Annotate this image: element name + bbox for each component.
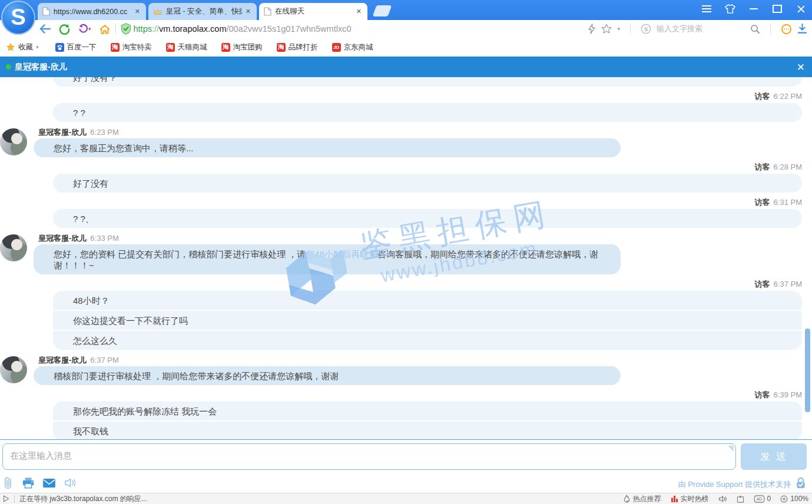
bookmark-item-6[interactable]: JD京东商城 [332, 42, 373, 52]
minimize-button[interactable] [746, 2, 761, 15]
browser-window: S https://www.dh6200.cc✕皇冠 - 安全、简单、快捷✕在线… [0, 0, 812, 504]
tab-close-icon[interactable]: ✕ [244, 8, 252, 15]
add-box-button[interactable] [737, 495, 744, 503]
visitor-bubble: 你这边提交看一下不就行了吗 [53, 311, 802, 330]
visitor-label: 访客6:37 PM [0, 279, 802, 289]
bookmark-label: 百度一下 [67, 42, 97, 52]
online-status-icon [6, 64, 11, 69]
svg-text:S: S [644, 26, 648, 32]
address-bar[interactable]: https://vm.torapolax.com/00a2vwv15s1g017… [134, 24, 352, 34]
download-icon[interactable] [797, 24, 807, 34]
smiley-icon[interactable] [781, 24, 792, 35]
maximize-button[interactable] [770, 2, 785, 15]
chat-message-list: 好了没有？访客6:22 PM? ?皇冠客服-欣儿6:23 PM您好，客服正为您查… [0, 77, 812, 439]
window-controls [699, 0, 808, 18]
agent-label: 皇冠客服-欣儿6:23 PM [38, 127, 812, 137]
svg-text:AD: AD [756, 497, 762, 501]
hot-recommend-button[interactable]: 热点推荐 [623, 494, 661, 504]
page-favicon-icon [42, 7, 50, 16]
zoom-level: 100% [790, 495, 808, 503]
bookmark-item-4[interactable]: 淘淘宝团购 [221, 42, 263, 52]
visitor-bubble: 怎么这么久 [53, 331, 802, 350]
search-magnifier-icon[interactable] [750, 24, 760, 34]
tab-close-icon[interactable]: ✕ [355, 8, 363, 15]
tao-icon: 淘 [166, 43, 175, 52]
url-host: vm.torapolax.com [159, 24, 226, 34]
email-icon[interactable] [42, 478, 56, 488]
message-input[interactable] [2, 443, 736, 470]
tab-1[interactable]: https://www.dh6200.cc✕ [38, 3, 146, 20]
visitor-bubble: 我不取钱 [53, 422, 802, 439]
ad-count: 0 [767, 495, 771, 503]
bookmark-item-1[interactable]: 百度一下 [55, 42, 97, 52]
tab-close-icon[interactable]: ✕ [134, 8, 141, 15]
loading-status-text: 正在等待 jw3c3b.torapolax.com 的响应... [19, 494, 147, 504]
favorite-dropdown-icon[interactable]: ▾ [617, 26, 620, 32]
chat-scrollbar-thumb[interactable] [805, 329, 810, 412]
tab-title: https://www.dh6200.cc [54, 8, 131, 16]
bookmark-item-2[interactable]: 淘淘宝特卖 [111, 42, 152, 52]
flame-icon [623, 495, 631, 503]
home-icon[interactable] [99, 24, 111, 35]
zoom-button[interactable]: 100% [780, 495, 808, 503]
bookmarks-items: 百度一下淘淘宝特卖淘天猫商城淘淘宝团购淘品牌打折JD京东商城 [55, 42, 387, 52]
send-button[interactable]: 发送 [741, 443, 807, 470]
agent-bubble: 您好，您的资料 已提交有关部门，稽核部门要进行审核处理 ，请您48小时后再联系咨… [34, 244, 621, 274]
favorites-menu[interactable]: 收藏 ▾ [6, 42, 39, 52]
bookmarks-bar: 收藏 ▾ 百度一下淘淘宝特卖淘天猫商城淘淘宝团购淘品牌打折JD京东商城 [0, 38, 812, 57]
tab-title: 皇冠 - 安全、简单、快捷 [166, 6, 242, 16]
undo-icon[interactable]: ▾ [78, 24, 91, 34]
hot-list-button[interactable]: 实时热榜 [671, 494, 709, 504]
sogou-logo[interactable]: S [1, 1, 35, 35]
favorite-star-icon[interactable] [601, 24, 612, 34]
visitor-bubble: 48小时？ [53, 291, 802, 310]
close-button[interactable] [793, 2, 808, 15]
chat-input-area: 发送 由 Provide Support 提供技术支持 [0, 439, 812, 494]
print-icon[interactable] [22, 477, 35, 489]
page-favicon-icon [264, 7, 271, 16]
undo-dropdown-icon[interactable]: ▾ [88, 26, 91, 32]
attachment-icon[interactable] [2, 476, 14, 490]
bookmark-item-5[interactable]: 淘品牌打折 [277, 42, 318, 52]
agent-bubble: 稽核部门要进行审核处理 ，期间给您带来诸多的不便还请您谅解哦，谢谢 [34, 366, 621, 385]
secure-lock-icon [796, 478, 806, 492]
tao-icon: 淘 [111, 43, 120, 52]
visitor-bubble: 好了没有？ [53, 77, 802, 87]
agent-avatar [0, 128, 27, 155]
baidu-icon [55, 43, 64, 52]
tab-2[interactable]: 皇冠 - 安全、简单、快捷✕ [148, 3, 257, 20]
tao-icon: 淘 [221, 43, 230, 52]
menu-icon[interactable] [699, 2, 714, 15]
ad-badge-icon: AD [754, 495, 765, 503]
bookmark-label: 京东商城 [344, 42, 373, 52]
chat-close-icon[interactable]: ✕ [797, 61, 805, 74]
skin-icon[interactable] [722, 2, 738, 15]
security-shield-icon[interactable] [121, 23, 131, 35]
refresh-icon[interactable] [59, 24, 70, 35]
agent-avatar [0, 234, 27, 261]
mute-button[interactable] [718, 495, 727, 503]
tao-icon: 淘 [277, 43, 286, 52]
visitor-label: 访客6:31 PM [0, 197, 802, 207]
back-icon[interactable] [39, 24, 51, 34]
lightning-icon[interactable] [588, 24, 596, 34]
tab-title: 在线聊天 [275, 6, 353, 16]
chat-messages: 好了没有？访客6:22 PM? ?皇冠客服-欣儿6:23 PM您好，客服正为您查… [0, 77, 812, 439]
tab-3[interactable]: 在线聊天✕ [259, 3, 367, 20]
agent-label: 皇冠客服-欣儿6:33 PM [38, 233, 812, 243]
gold-star-icon [6, 42, 15, 52]
play-icon[interactable] [3, 495, 9, 502]
url-scheme: https [134, 24, 152, 34]
status-bar: 正在等待 jw3c3b.torapolax.com 的响应... 热点推荐 实时… [0, 493, 812, 504]
ad-filter-button[interactable]: AD 0 [754, 495, 771, 503]
chat-header: 皇冠客服-欣儿 ✕ [0, 57, 812, 77]
sogou-search-icon: S [641, 24, 651, 34]
powered-by-link[interactable]: 由 Provide Support 提供技术支持 [678, 479, 791, 490]
crown-favicon-icon [153, 8, 163, 15]
search-input[interactable]: 输入文字搜索 [657, 24, 745, 34]
visitor-label: 访客6:28 PM [0, 162, 802, 172]
chat-tools [2, 476, 77, 490]
navigation-toolbar: ▾ https://vm.torapolax.com/00a2vwv15s1g0… [0, 20, 812, 38]
sound-icon[interactable] [64, 477, 77, 489]
bookmark-item-3[interactable]: 淘天猫商城 [166, 42, 207, 52]
